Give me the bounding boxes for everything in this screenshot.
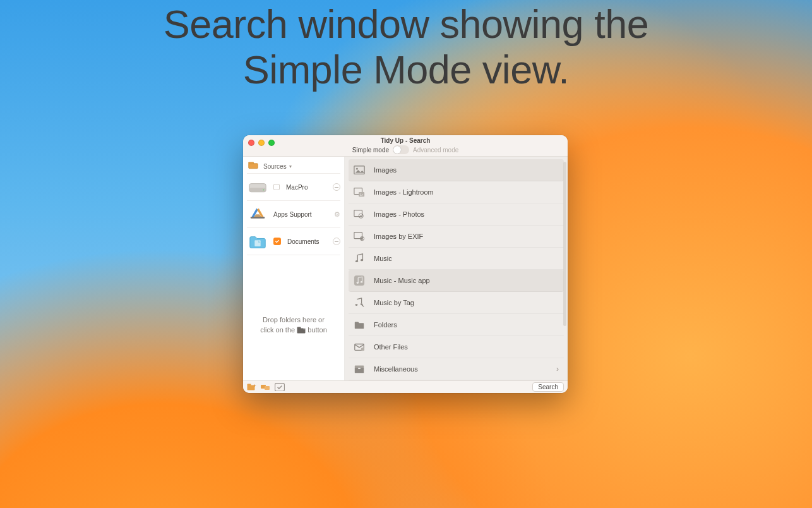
close-button[interactable] [248,140,254,146]
documents-folder-icon [248,233,267,250]
svg-rect-38 [275,383,285,391]
mode-simple-label[interactable]: Simple mode [352,147,389,154]
drop-hint-line1: Drop folders here or [263,316,325,324]
marketing-headline: Search window showing the Simple Mode vi… [0,1,812,93]
source-item-macpro[interactable]: MacPro [243,174,344,200]
image-icon [354,164,365,176]
source-label: Apps Support [273,211,312,218]
svg-rect-1 [249,162,254,164]
image-exif-icon [354,231,365,242]
zoom-button[interactable] [268,140,275,146]
svg-point-17 [361,215,362,217]
source-label: MacPro [286,184,307,191]
source-item-apps-support[interactable]: Apps Support ⚙ [243,201,344,227]
sources-header[interactable]: Sources ▾ [243,157,344,173]
category-label: Music by Tag [374,299,414,306]
disk-icon [248,179,267,195]
category-images-lightroom[interactable]: Lr Images - Lightroom [349,181,564,203]
other-files-icon [354,341,365,353]
source-label: Documents [287,238,319,245]
mode-segmented: Simple mode Advanced mode [352,145,459,154]
drop-hint-line2a: click on the [260,326,297,334]
footer-toolbar: + Search [243,380,568,393]
categories-panel: Images Lr Images - Lightroom Images - Ph… [345,157,568,380]
category-images[interactable]: Images [349,159,564,181]
app-window: Tidy Up - Search Simple mode Advanced mo… [243,135,568,393]
svg-point-11 [356,168,358,170]
svg-rect-0 [249,164,258,169]
image-photos-icon [354,209,365,220]
titlebar: Tidy Up - Search Simple mode Advanced mo… [243,135,568,157]
window-controls [248,140,275,146]
checked-list-button[interactable] [275,383,285,392]
remove-source-button[interactable] [333,183,340,191]
music-icon [354,253,365,264]
category-label: Images [374,166,397,174]
scrollbar[interactable] [563,162,566,326]
svg-point-27 [355,304,358,306]
divider [247,255,340,255]
chevron-down-icon: ▾ [289,164,292,169]
checkbox-checked[interactable] [273,238,281,245]
mode-toggle[interactable] [393,145,409,154]
headline-line1: Search window showing the [164,2,648,46]
svg-point-25 [361,281,363,283]
category-label: Images - Lightroom [374,188,434,196]
category-other-files[interactable]: Other Files [349,336,564,358]
svg-rect-8 [297,327,301,329]
svg-text:Lr: Lr [360,193,363,197]
music-app-icon [354,275,365,286]
svg-rect-34 [248,384,251,385]
gear-icon[interactable]: ⚙ [334,210,340,219]
search-button[interactable]: Search [532,382,564,392]
category-folders[interactable]: Folders [349,314,564,336]
category-music-tag[interactable]: Music by Tag [349,292,564,314]
source-item-documents[interactable]: Documents [243,228,344,255]
sources-sidebar: Sources ▾ MacPro [243,157,345,380]
add-folder-button[interactable]: + [247,383,257,392]
sources-header-label: Sources [263,163,287,170]
category-music-app[interactable]: Music - Music app [349,270,564,292]
category-label: Other Files [374,343,408,351]
box-icon [354,363,365,375]
window-body: Sources ▾ MacPro [243,157,568,380]
svg-text:+: + [254,384,256,388]
mode-advanced-label[interactable]: Advanced mode [413,147,458,154]
svg-point-4 [263,189,264,190]
category-images-photos[interactable]: Images - Photos [349,203,564,226]
svg-rect-37 [265,386,270,390]
drop-hint-line2b: button [306,326,327,334]
category-label: Images - Photos [374,210,424,218]
category-label: Music [374,255,392,262]
category-label: Folders [374,321,397,329]
music-tag-icon [354,297,365,308]
remove-source-button[interactable] [333,238,340,245]
apps-support-icon [248,206,267,222]
folder-icon [354,319,365,330]
category-label: Miscellaneous [374,365,418,373]
window-title: Tidy Up - Search [381,137,431,144]
drop-hint: Drop folders here or click on the + butt… [243,315,344,380]
category-label: Music - Music app [374,277,430,284]
headline-line2: Simple Mode view. [243,47,570,92]
checkbox-unchecked[interactable] [273,184,280,190]
svg-rect-31 [355,366,364,368]
category-music[interactable]: Music [349,248,564,270]
svg-rect-5 [251,217,265,219]
image-lightroom-icon: Lr [354,186,365,198]
drives-icon [248,162,258,171]
category-list: Images Lr Images - Lightroom Images - Ph… [345,157,568,380]
add-folder-icon: + [297,327,306,336]
category-miscellaneous[interactable]: Miscellaneous › [349,358,564,380]
category-label: Images by EXIF [374,233,423,240]
svg-point-29 [361,348,364,351]
tag-folders-button[interactable] [261,383,271,392]
category-images-exif[interactable]: Images by EXIF [349,226,564,248]
chevron-right-icon: › [556,365,559,373]
minimize-button[interactable] [258,140,265,146]
svg-rect-32 [358,368,361,369]
svg-rect-23 [354,275,364,286]
svg-rect-6 [254,240,260,246]
svg-point-21 [361,259,363,261]
